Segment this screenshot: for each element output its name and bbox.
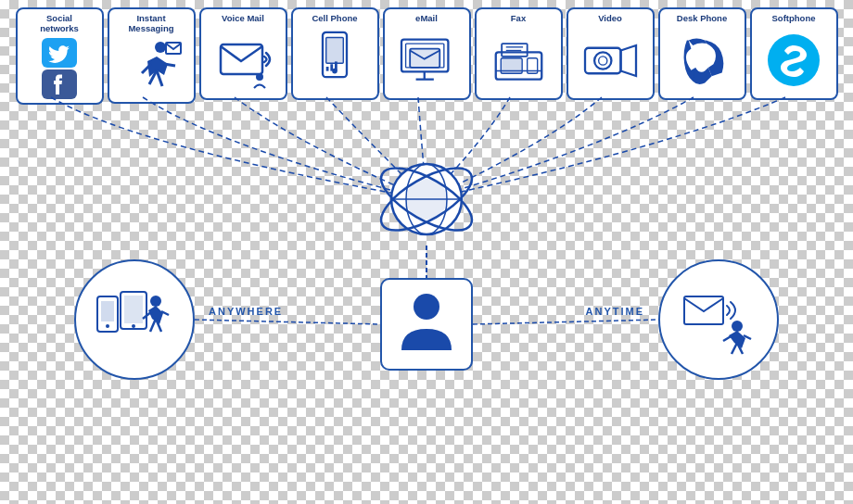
svg-point-39 — [391, 164, 462, 234]
channel-icon-video — [572, 27, 649, 94]
channel-icon-vm — [205, 27, 282, 94]
svg-rect-11 — [326, 38, 344, 64]
channel-fax: Fax — [475, 7, 563, 100]
svg-line-38 — [473, 320, 658, 324]
channels-row: Socialnetworks InstantMessag — [0, 0, 853, 105]
channel-icon-fax — [480, 27, 557, 94]
channel-desk-phone: Desk Phone — [658, 7, 746, 100]
person-box-center — [380, 278, 473, 371]
svg-point-33 — [598, 57, 606, 65]
svg-point-50 — [132, 324, 135, 328]
svg-line-58 — [732, 343, 737, 354]
anywhere-label: ANYWHERE — [209, 306, 283, 317]
channel-cell-phone: Cell Phone — [291, 7, 379, 100]
svg-point-32 — [594, 53, 611, 69]
channel-video: Video — [567, 7, 655, 100]
channel-icon-im — [113, 38, 190, 98]
svg-rect-49 — [124, 296, 143, 323]
svg-rect-16 — [335, 62, 337, 71]
channel-email: eMail — [383, 7, 471, 100]
anytime-label: ANYTIME — [586, 306, 645, 317]
svg-line-37 — [195, 320, 380, 324]
channel-label-video: Video — [598, 13, 622, 23]
svg-point-42 — [406, 164, 447, 234]
channel-icon-sp — [756, 27, 833, 94]
channel-icon-cp — [297, 27, 374, 94]
svg-point-9 — [256, 73, 263, 81]
channel-label-im: InstantMessaging — [128, 13, 173, 34]
svg-point-57 — [732, 321, 743, 332]
channel-icon-dp — [664, 27, 741, 94]
channel-icon-social — [21, 38, 98, 99]
svg-point-44 — [406, 179, 447, 220]
channel-social-networks: Socialnetworks — [16, 7, 104, 105]
channel-label-cp: Cell Phone — [312, 13, 357, 23]
svg-line-52 — [150, 319, 156, 332]
svg-point-62 — [414, 294, 439, 320]
svg-rect-8 — [221, 44, 262, 74]
left-circle-anywhere — [74, 259, 195, 380]
right-circle-anytime — [658, 259, 779, 380]
channel-label-sp: Softphone — [772, 13, 816, 23]
channel-label-social: Socialnetworks — [40, 13, 79, 34]
svg-rect-15 — [330, 64, 333, 70]
svg-line-7 — [164, 64, 175, 66]
svg-rect-14 — [326, 67, 329, 71]
svg-point-51 — [150, 296, 161, 307]
channel-voice-mail: Voice Mail — [199, 7, 287, 100]
svg-point-47 — [106, 324, 109, 328]
channel-label-vm: Voice Mail — [222, 13, 264, 23]
svg-rect-46 — [101, 301, 114, 321]
main-container: Socialnetworks InstantMessag — [0, 0, 853, 504]
channel-softphone: Softphone — [750, 7, 838, 100]
channel-label-email: eMail — [415, 13, 438, 23]
channel-icon-email — [388, 27, 465, 94]
channel-label-fax: Fax — [511, 13, 526, 23]
svg-point-41 — [372, 156, 480, 242]
svg-point-2 — [155, 42, 166, 53]
svg-point-40 — [372, 156, 480, 242]
channel-instant-messaging: InstantMessaging — [108, 7, 196, 104]
channel-label-dp: Desk Phone — [677, 13, 727, 23]
